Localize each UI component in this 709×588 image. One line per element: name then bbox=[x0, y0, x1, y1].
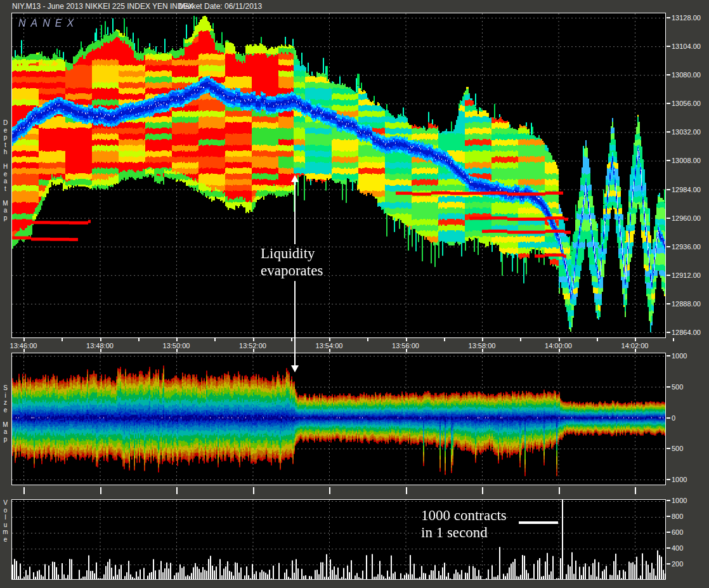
volume-spike-annotation: 1000 contracts in 1 second bbox=[421, 507, 507, 541]
axis-tick bbox=[367, 338, 368, 341]
axis-tick bbox=[559, 349, 560, 352]
depth-heat-map-axis-title: Depth Heat Map bbox=[2, 119, 9, 221]
depth-heat-map-canvas bbox=[12, 13, 665, 337]
axis-tick bbox=[406, 349, 407, 352]
liquidity-evaporates-annotation: Liquidity evaporates bbox=[261, 245, 323, 279]
axis-tick bbox=[635, 338, 636, 341]
axis-tick bbox=[329, 349, 330, 352]
axis-tick bbox=[559, 487, 560, 494]
axis-tick bbox=[482, 487, 483, 494]
axis-tick bbox=[23, 349, 25, 352]
volume-canvas bbox=[12, 500, 665, 579]
volume-axis: 1000800600400200 bbox=[667, 0, 709, 588]
annotation-arrow-up-icon bbox=[291, 175, 299, 182]
axis-tick bbox=[138, 338, 140, 341]
axis-tick bbox=[100, 349, 101, 352]
volume-axis-label: 600 bbox=[672, 528, 683, 536]
market-date-label: Market Date: 06/11/2013 bbox=[179, 2, 262, 11]
axis-tick bbox=[100, 338, 101, 341]
annotation-arrow-down-icon bbox=[291, 365, 299, 372]
axis-tick bbox=[635, 487, 636, 494]
volume-panel bbox=[11, 499, 666, 580]
nanex-logo: NANEX bbox=[18, 18, 79, 29]
axis-tick bbox=[253, 487, 254, 494]
axis-tick bbox=[176, 487, 178, 494]
axis-tick bbox=[329, 487, 330, 494]
axis-tick bbox=[597, 338, 598, 341]
axis-tick bbox=[559, 338, 560, 341]
size-map-canvas bbox=[12, 353, 665, 483]
lower-time-ticks bbox=[11, 485, 666, 499]
size-map-panel bbox=[11, 353, 666, 485]
size-map-axis-title: Size Map bbox=[2, 384, 9, 443]
nanex-depth-chart-window: NIY.M13 - June 2013 NIKKEI 225 INDEX YEN… bbox=[0, 0, 709, 588]
axis-tick bbox=[23, 487, 25, 494]
depth-heat-map-panel: NANEX bbox=[11, 13, 666, 338]
axis-tick bbox=[62, 338, 63, 341]
axis-tick bbox=[329, 338, 330, 341]
axis-tick bbox=[406, 338, 407, 341]
axis-tick bbox=[482, 349, 483, 352]
annotation-arrow-shaft-upper bbox=[294, 181, 296, 244]
axis-tick bbox=[406, 487, 407, 494]
axis-tick bbox=[23, 338, 25, 341]
axis-tick bbox=[291, 338, 292, 341]
axis-tick bbox=[253, 338, 254, 341]
time-axis: 13:46:0013:48:0013:50:0013:52:0013:54:00… bbox=[11, 338, 666, 353]
axis-tick bbox=[635, 349, 636, 352]
volume-axis-label: 400 bbox=[672, 544, 683, 552]
axis-tick bbox=[444, 338, 445, 341]
axis-tick bbox=[176, 349, 178, 352]
axis-tick bbox=[176, 338, 178, 341]
instrument-title: NIY.M13 - June 2013 NIKKEI 225 INDEX YEN… bbox=[12, 2, 193, 11]
axis-tick bbox=[214, 338, 216, 341]
annotation-arrow-shaft-lower bbox=[294, 281, 296, 365]
title-bar: NIY.M13 - June 2013 NIKKEI 225 INDEX YEN… bbox=[0, 0, 709, 12]
axis-tick bbox=[482, 338, 483, 341]
annotation-measure-line bbox=[519, 521, 558, 524]
axis-tick bbox=[520, 338, 521, 341]
volume-axis-label: 1000 bbox=[672, 497, 687, 504]
axis-tick bbox=[253, 349, 254, 352]
volume-axis-label: 800 bbox=[672, 513, 683, 520]
volume-axis-title: Volume bbox=[2, 499, 9, 543]
axis-tick bbox=[100, 487, 101, 494]
volume-axis-label: 200 bbox=[672, 560, 683, 568]
